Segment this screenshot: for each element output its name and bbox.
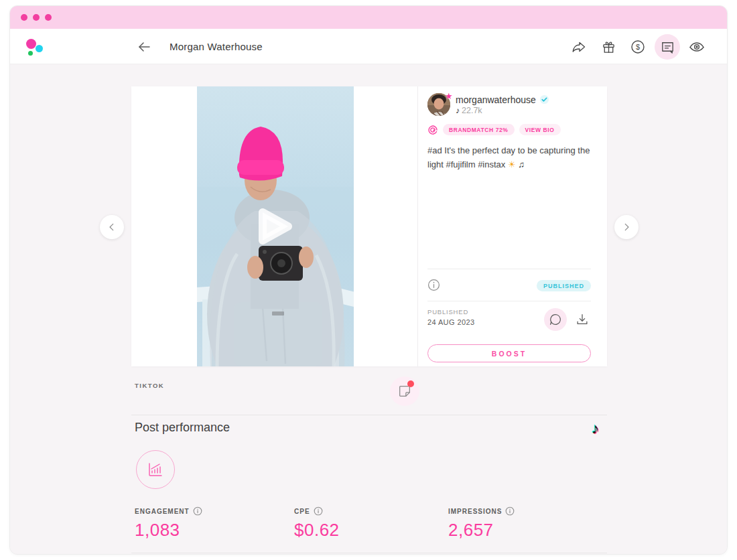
comment-icon	[660, 40, 675, 55]
comments-button[interactable]	[655, 34, 680, 60]
post-details-panel: ★ morganwaterhouse ♪22.7k BRANDMATCH 72%…	[427, 86, 591, 366]
post-card: ★ morganwaterhouse ♪22.7k BRANDMATCH 72%…	[131, 86, 607, 366]
dollar-icon: $	[630, 39, 646, 55]
divider	[427, 269, 591, 269]
metric-label: CPE	[294, 508, 310, 515]
window-control-dot[interactable]	[21, 14, 27, 21]
share-button[interactable]	[566, 34, 592, 60]
window-control-dot[interactable]	[33, 14, 40, 21]
download-button[interactable]	[574, 311, 591, 328]
metric-value: 2,657	[448, 520, 515, 541]
info-icon[interactable]	[505, 506, 515, 516]
metric-engagement: ENGAGEMENT 1,083	[135, 506, 202, 541]
follower-count-text: 22.7k	[462, 106, 482, 115]
username-text: morganwaterhouse	[456, 94, 536, 105]
video-thumbnail[interactable]	[197, 86, 354, 366]
play-button[interactable]	[257, 207, 293, 246]
metric-label: IMPRESSIONS	[448, 508, 502, 515]
section-title: Post performance	[135, 421, 230, 435]
chevron-left-icon	[107, 222, 117, 232]
share-icon	[571, 39, 587, 55]
post-caption: #ad It's the perfect day to be capturing…	[427, 144, 591, 172]
payments-button[interactable]: $	[625, 34, 651, 60]
logo-green-dot	[28, 51, 33, 56]
eye-icon	[689, 39, 705, 55]
brandmatch-icon	[427, 125, 438, 135]
gift-button[interactable]	[596, 34, 621, 60]
window-control-dot[interactable]	[45, 14, 52, 21]
follower-count: ♪22.7k	[456, 106, 482, 115]
sun-emoji: ☀	[508, 159, 516, 169]
app-header: Morgan Waterhouse $	[10, 29, 727, 64]
page-title: Morgan Waterhouse	[170, 29, 263, 64]
logo-cyan-dot	[36, 45, 43, 52]
bottom-divider	[131, 553, 607, 553]
metric-value: $0.62	[294, 520, 340, 541]
app-logo	[26, 36, 50, 60]
preview-button[interactable]	[684, 34, 710, 60]
info-icon[interactable]	[193, 506, 202, 516]
status-badge: PUBLISHED	[537, 280, 591, 291]
divider	[427, 301, 591, 301]
card-divider	[417, 86, 418, 366]
browser-window: Morgan Waterhouse $	[9, 5, 728, 555]
metric-value: 1,083	[135, 520, 202, 541]
status-row: PUBLISHED	[427, 275, 591, 297]
username[interactable]: morganwaterhouse	[456, 94, 549, 105]
metric-cpe: CPE $0.62	[294, 506, 340, 541]
chart-icon-button[interactable]	[136, 450, 175, 489]
header-actions: $	[566, 34, 710, 60]
boost-button[interactable]: BOOST	[427, 344, 591, 362]
view-bio-badge[interactable]: VIEW BIO	[519, 124, 561, 135]
logo-pink-dot	[26, 39, 36, 49]
published-row: PUBLISHED 24 AUG 2023	[427, 308, 591, 335]
carousel-prev-button[interactable]	[100, 215, 124, 239]
comment-button[interactable]	[544, 308, 567, 331]
info-icon[interactable]	[427, 279, 440, 291]
carousel-next-button[interactable]	[614, 215, 639, 239]
chevron-right-icon	[622, 222, 631, 232]
music-note-emoji: ♫	[518, 159, 525, 169]
platform-label: TIKTOK	[135, 382, 164, 389]
metric-label: ENGAGEMENT	[135, 508, 190, 515]
speech-bubble-icon	[548, 312, 563, 327]
metric-impressions: IMPRESSIONS 2,657	[448, 506, 515, 541]
section-divider	[131, 415, 607, 415]
badges-row: BRANDMATCH 72% VIEW BIO	[427, 124, 561, 135]
info-icon[interactable]	[314, 506, 323, 516]
tiktok-note-icon: ♪	[456, 106, 460, 115]
brandmatch-badge[interactable]: BRANDMATCH 72%	[443, 124, 515, 135]
verified-icon	[539, 94, 549, 104]
notification-dot	[407, 380, 414, 387]
svg-text:$: $	[636, 43, 640, 51]
creator-profile-row: ★ morganwaterhouse ♪22.7k	[427, 93, 591, 120]
back-button[interactable]	[136, 39, 152, 55]
download-icon	[575, 312, 590, 327]
star-icon: ★	[445, 91, 453, 101]
window-titlebar[interactable]	[10, 6, 727, 29]
content-area: ★ morganwaterhouse ♪22.7k BRANDMATCH 72%…	[10, 64, 728, 555]
notes-button[interactable]	[390, 376, 419, 406]
bar-chart-icon	[147, 461, 164, 478]
gift-icon	[601, 40, 616, 55]
tiktok-logo-icon: ♪	[592, 420, 599, 437]
back-arrow-icon	[136, 39, 152, 55]
